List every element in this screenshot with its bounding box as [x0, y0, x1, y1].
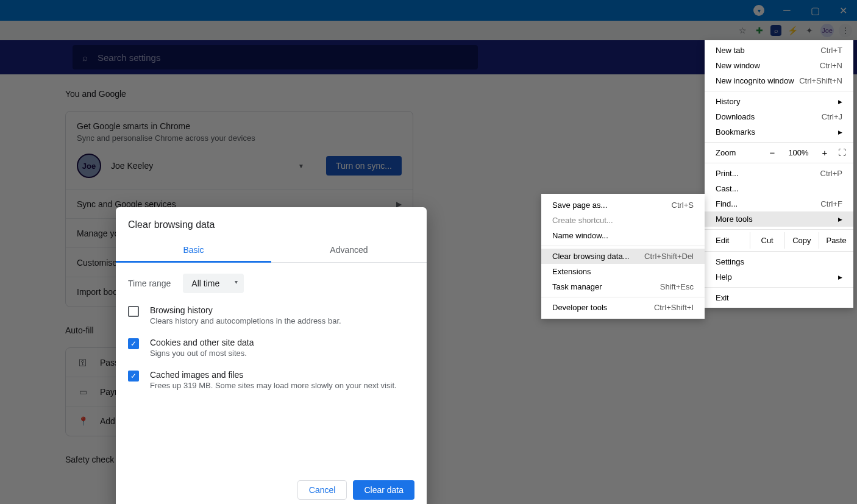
menu-edit-row: Edit Cut Copy Paste — [705, 232, 853, 249]
submenu-save-page[interactable]: Save page as...Ctrl+S — [541, 197, 705, 213]
submenu-extensions[interactable]: Extensions — [541, 264, 705, 279]
submenu-clear-browsing-data[interactable]: Clear browsing data...Ctrl+Shift+Del — [541, 249, 705, 264]
check-cookies[interactable]: ✓ Cookies and other site dataSigns you o… — [128, 338, 414, 358]
chrome-main-menu: New tabCtrl+T New windowCtrl+N New incog… — [705, 40, 853, 308]
menu-settings[interactable]: Settings — [705, 254, 853, 269]
chevron-right-icon: ▶ — [838, 216, 842, 222]
clear-browsing-data-dialog: Clear browsing data Basic Advanced Time … — [116, 207, 427, 504]
menu-downloads[interactable]: DownloadsCtrl+J — [705, 109, 853, 124]
menu-copy[interactable]: Copy — [785, 232, 820, 249]
time-range-select[interactable]: All time — [183, 274, 244, 293]
menu-bookmarks[interactable]: Bookmarks▶ — [705, 124, 853, 140]
checkbox-unchecked-icon[interactable] — [128, 306, 139, 317]
menu-find[interactable]: Find...Ctrl+F — [705, 196, 853, 211]
menu-print[interactable]: Print...Ctrl+P — [705, 166, 853, 181]
zoom-level: 100% — [786, 148, 811, 157]
submenu-developer-tools[interactable]: Developer toolsCtrl+Shift+I — [541, 300, 705, 315]
menu-zoom: Zoom − 100% + ⛶ — [705, 145, 853, 160]
chevron-right-icon: ▶ — [838, 129, 842, 135]
menu-help[interactable]: Help▶ — [705, 269, 853, 285]
chevron-right-icon: ▶ — [838, 274, 842, 280]
checkbox-checked-icon[interactable]: ✓ — [128, 338, 139, 349]
menu-exit[interactable]: Exit — [705, 290, 853, 305]
menu-new-incognito[interactable]: New incognito windowCtrl+Shift+N — [705, 73, 853, 88]
menu-more-tools[interactable]: More tools▶ — [705, 211, 853, 227]
menu-cast[interactable]: Cast... — [705, 181, 853, 196]
zoom-out-button[interactable]: − — [765, 147, 780, 158]
checkbox-checked-icon[interactable]: ✓ — [128, 371, 139, 382]
chevron-right-icon: ▶ — [838, 99, 842, 105]
zoom-in-button[interactable]: + — [817, 147, 832, 158]
dialog-title: Clear browsing data — [116, 207, 427, 239]
submenu-name-window[interactable]: Name window... — [541, 228, 705, 243]
fullscreen-icon[interactable]: ⛶ — [838, 148, 846, 157]
menu-history[interactable]: History▶ — [705, 94, 853, 109]
submenu-task-manager[interactable]: Task managerShift+Esc — [541, 279, 705, 294]
menu-paste[interactable]: Paste — [819, 232, 853, 249]
submenu-create-shortcut: Create shortcut... — [541, 213, 705, 228]
menu-cut[interactable]: Cut — [750, 232, 785, 249]
menu-edit-label: Edit — [705, 232, 750, 249]
more-tools-submenu: Save page as...Ctrl+S Create shortcut...… — [541, 194, 705, 319]
menu-new-window[interactable]: New windowCtrl+N — [705, 58, 853, 73]
check-cached[interactable]: ✓ Cached images and filesFrees up 319 MB… — [128, 370, 414, 390]
tab-basic[interactable]: Basic — [116, 239, 271, 263]
menu-new-tab[interactable]: New tabCtrl+T — [705, 43, 853, 58]
time-range-label: Time range — [128, 279, 171, 288]
dialog-tabs: Basic Advanced — [116, 239, 427, 263]
check-browsing-history[interactable]: Browsing historyClears history and autoc… — [128, 305, 414, 325]
cancel-button[interactable]: Cancel — [297, 480, 347, 500]
clear-data-button[interactable]: Clear data — [353, 480, 414, 500]
tab-advanced[interactable]: Advanced — [271, 239, 427, 262]
